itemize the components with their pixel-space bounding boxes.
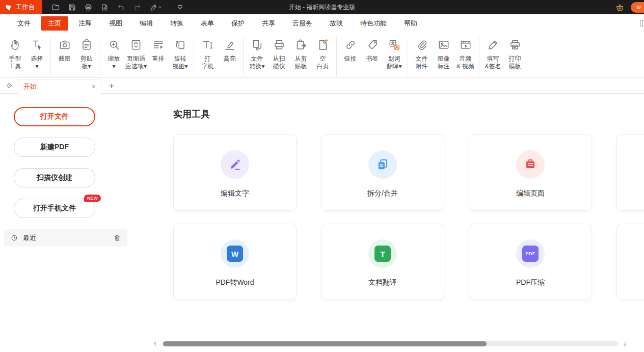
ribbon-typewriter[interactable]: 打字机: [197, 36, 219, 70]
tab-label: 开始: [23, 82, 37, 91]
rotate-view-icon: [174, 37, 187, 53]
account-button[interactable]: w: [631, 2, 644, 13]
open-folder-icon[interactable]: [51, 3, 60, 12]
ribbon-file-attachment[interactable]: 文件附件: [411, 36, 433, 70]
ribbon-select[interactable]: 选择▾: [26, 36, 48, 70]
menu-cloud[interactable]: 云服务: [285, 16, 319, 31]
tab-start[interactable]: 开始 ×: [18, 79, 101, 94]
ribbon-label: 链接: [344, 55, 357, 63]
ribbon-divider: [336, 37, 337, 76]
ribbon-label: 文件附件: [416, 55, 428, 70]
menu-share[interactable]: 共享: [255, 16, 282, 31]
ribbon-convert[interactable]: 文件转换▾: [246, 36, 268, 70]
card-doc-translate[interactable]: T 文档翻译: [321, 224, 444, 300]
ribbon-zoom[interactable]: 缩放▾: [103, 36, 125, 70]
pen-nib-icon[interactable]: [5, 81, 14, 90]
menu-protect[interactable]: 保护: [224, 16, 252, 31]
ribbon-label: 书签: [366, 55, 379, 63]
ribbon-translate[interactable]: 划词翻译▾: [383, 36, 405, 70]
ribbon-audio-video[interactable]: 音频& 视频: [454, 36, 476, 70]
card-partial[interactable]: [616, 134, 644, 211]
account-label: w: [636, 4, 641, 11]
ribbon-label: 手型工具: [9, 55, 21, 70]
new-badge: NEW: [84, 195, 101, 202]
chevron-down-icon: ▾: [159, 5, 161, 10]
pen-tools-button[interactable]: ▾: [149, 3, 161, 12]
ribbon-label: 缩放▾: [108, 55, 120, 70]
menu-edit[interactable]: 编辑: [132, 16, 160, 31]
ribbon-snapshot[interactable]: 截图: [53, 36, 75, 63]
menu-form[interactable]: 表单: [194, 16, 221, 31]
tab-close-icon[interactable]: ×: [92, 83, 96, 90]
open-mobile-file-button[interactable]: 打开手机文件 NEW: [14, 199, 95, 218]
redo-icon[interactable]: [133, 3, 142, 12]
ribbon-bookmark[interactable]: 书签: [361, 36, 383, 63]
blank-page-icon: [316, 37, 330, 53]
scrollbar-track[interactable]: [163, 341, 618, 346]
ribbon-image-annotation[interactable]: 图像标注: [433, 36, 454, 70]
ribbon-highlight[interactable]: 高亮: [219, 36, 240, 63]
page-title: 实用工具: [173, 108, 644, 120]
menu-home[interactable]: 主页: [41, 16, 68, 31]
ribbon-clipboard[interactable]: 剪贴板▾: [75, 36, 97, 70]
ribbon-label: 重排: [152, 55, 165, 63]
save-icon[interactable]: [68, 3, 76, 12]
menu-features[interactable]: 特色功能: [353, 16, 394, 31]
ribbon-from-scanner[interactable]: 从扫描仪: [268, 36, 290, 70]
ribbon-label: 打印模板: [509, 55, 521, 70]
open-file-button[interactable]: 打开文件: [14, 107, 95, 126]
ribbon-label: 从剪贴板: [295, 55, 307, 70]
scrollbar-thumb[interactable]: [163, 341, 487, 346]
ribbon-rotate-view[interactable]: 旋转视图▾: [169, 36, 191, 70]
menu-comment[interactable]: 注释: [71, 16, 99, 31]
menu-convert[interactable]: 转换: [163, 16, 191, 31]
ribbon-blank-page[interactable]: 空白页: [312, 36, 334, 70]
ribbon-hand-tool[interactable]: 手型工具: [4, 36, 26, 70]
ribbon-label: 截图: [59, 55, 71, 63]
print-icon[interactable]: [84, 3, 93, 12]
clock-icon: [10, 234, 18, 242]
scanner-create-button[interactable]: 扫描仪创建: [14, 168, 95, 187]
menu-view[interactable]: 视图: [102, 16, 129, 31]
new-pdf-button[interactable]: 新建PDF: [14, 138, 95, 157]
ribbon-fit-options[interactable]: 页面适应选项▾: [125, 36, 147, 70]
card-pdf-compress[interactable]: PDF PDF压缩: [469, 224, 592, 300]
ribbon-label: 剪贴板▾: [81, 55, 93, 70]
menu-present[interactable]: 放映: [323, 16, 350, 31]
new-tab-button[interactable]: +: [109, 82, 114, 90]
zoom-icon: [108, 37, 121, 53]
undo-icon[interactable]: [117, 3, 125, 12]
panel-toggle-icon[interactable]: [638, 19, 644, 28]
ribbon-label: 填写&签名: [485, 55, 501, 70]
ribbon-from-clipboard[interactable]: 从剪贴板: [290, 36, 312, 70]
ribbon-link[interactable]: 链接: [339, 36, 361, 63]
scroll-left-icon[interactable]: [152, 340, 159, 347]
basket-icon[interactable]: [615, 3, 625, 12]
scroll-right-icon[interactable]: [622, 340, 629, 347]
export-icon[interactable]: [100, 3, 109, 12]
card-edit-pages[interactable]: 编辑页面: [469, 134, 592, 211]
collapse-toolbar-icon[interactable]: [176, 3, 184, 12]
menu-file[interactable]: 文件: [10, 16, 38, 31]
ribbon-label: 空白页: [317, 55, 329, 70]
card-edit-text[interactable]: 编辑文字: [173, 134, 297, 211]
workspace-label: 工作台: [15, 3, 35, 12]
card-partial[interactable]: [616, 224, 644, 300]
workspace-button[interactable]: 工作台: [0, 0, 42, 14]
card-label: PDF压缩: [516, 278, 545, 287]
horizontal-scrollbar[interactable]: [152, 340, 629, 347]
menu-help[interactable]: 帮助: [397, 16, 424, 31]
main-panel: 实用工具 编辑文字 拆分/合并 编辑页面: [133, 94, 644, 352]
ribbon-reflow[interactable]: 重排: [147, 36, 169, 63]
trash-icon[interactable]: [113, 234, 121, 242]
card-split-merge[interactable]: 拆分/合并: [321, 134, 444, 211]
card-pdf-to-word[interactable]: W PDF转Word: [173, 224, 297, 300]
recent-section[interactable]: 最近: [4, 229, 127, 247]
ribbon-toolbar: 手型工具 选择▾ 截图 剪贴板▾ 缩放▾ 页面适应选项▾ 重排 旋转视图▾ 打字…: [0, 32, 644, 78]
ribbon-fill-sign[interactable]: 填写&签名: [482, 36, 504, 70]
convert-icon: [251, 37, 264, 53]
ribbon-print-template[interactable]: 打印模板: [504, 36, 526, 70]
menubar: 文件 主页 注释 视图 编辑 转换 表单 保护 共享 云服务 放映 特色功能 帮…: [0, 14, 644, 32]
clipboard-icon: [80, 37, 93, 53]
ribbon-divider: [50, 37, 51, 76]
